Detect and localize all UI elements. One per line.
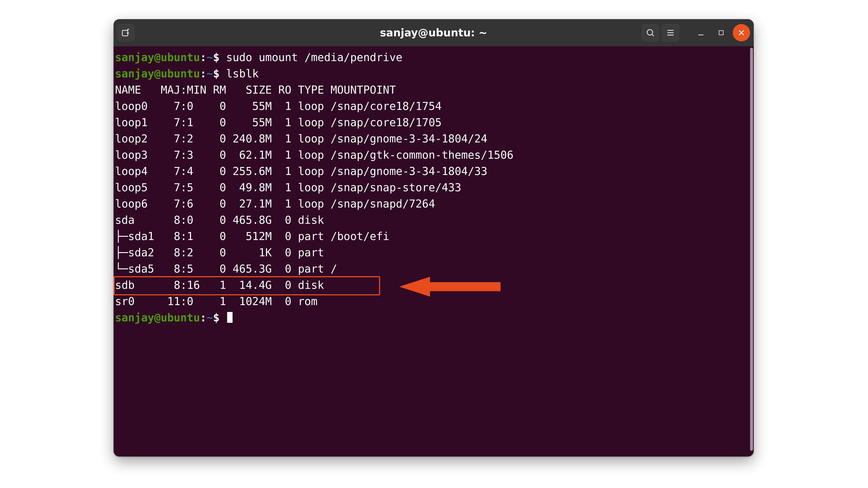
maximize-icon: [717, 29, 725, 36]
terminal-window: sanjay@ubuntu: ~: [114, 19, 754, 457]
hamburger-menu-icon: [666, 28, 675, 37]
window-titlebar: sanjay@ubuntu: ~: [114, 19, 754, 46]
lsblk-row: └─sda5 8:5 0 465.3G 0 part /: [115, 261, 750, 277]
new-tab-icon: [121, 28, 130, 37]
prompt-user: sanjay: [115, 311, 154, 324]
lsblk-row: sr0 11:0 1 1024M 0 rom: [115, 293, 750, 310]
terminal-body[interactable]: sanjay@ubuntu:~$ sudo umount /media/pend…: [114, 46, 754, 457]
prompt-user: sanjay: [115, 67, 154, 80]
lsblk-row: loop3 7:3 0 62.1M 1 loop /snap/gtk-commo…: [115, 147, 750, 163]
lsblk-row: loop2 7:2 0 240.8M 1 loop /snap/gnome-3-…: [115, 130, 750, 147]
prompt-path: ~: [207, 51, 213, 64]
lsblk-row: loop6 7:6 0 27.1M 1 loop /snap/snapd/726…: [115, 196, 750, 212]
lsblk-row: sda 8:0 0 465.8G 0 disk: [115, 212, 750, 228]
search-button[interactable]: [642, 24, 659, 41]
prompt-line: sanjay@ubuntu:~$ sudo umount /media/pend…: [115, 49, 750, 65]
new-tab-button[interactable]: [117, 24, 134, 41]
lsblk-row: loop4 7:4 0 255.6M 1 loop /snap/gnome-3-…: [115, 163, 750, 179]
maximize-button[interactable]: [712, 24, 730, 41]
prompt-at: @: [154, 51, 161, 64]
prompt-colon: :: [200, 51, 207, 64]
command-text: sudo umount /media/pendrive: [220, 51, 402, 64]
lsblk-header: NAME MAJ:MIN RM SIZE RO TYPE MOUNTPOINT: [115, 82, 750, 98]
prompt-symbol: $: [213, 67, 220, 80]
prompt-user: sanjay: [115, 51, 154, 64]
lsblk-row: sdb 8:16 1 14.4G 0 disk: [115, 277, 750, 293]
prompt-colon: :: [200, 311, 207, 324]
lsblk-row: loop0 7:0 0 55M 1 loop /snap/core18/1754: [115, 98, 750, 114]
search-icon: [646, 28, 655, 37]
prompt-at: @: [154, 67, 161, 80]
prompt-host: ubuntu: [161, 311, 200, 324]
prompt-path: ~: [207, 311, 213, 324]
close-button[interactable]: [733, 24, 750, 41]
lsblk-row: ├─sda2 8:2 0 1K 0 part: [115, 245, 750, 261]
minimize-button[interactable]: [692, 24, 710, 41]
command-text: lsblk: [220, 67, 259, 80]
prompt-line: sanjay@ubuntu:~$ lsblk: [115, 65, 750, 82]
scrollbar-thumb[interactable]: [750, 48, 753, 451]
prompt-symbol: $: [213, 51, 220, 64]
prompt-host: ubuntu: [161, 51, 200, 64]
prompt-colon: :: [200, 67, 207, 80]
lsblk-row: loop1 7:1 0 55M 1 loop /snap/core18/1705: [115, 114, 750, 130]
menu-button[interactable]: [662, 24, 679, 41]
svg-point-1: [647, 30, 653, 35]
prompt-host: ubuntu: [161, 67, 200, 80]
prompt-line: sanjay@ubuntu:~$: [115, 310, 750, 326]
svg-rect-2: [719, 31, 723, 35]
lsblk-row: ├─sda1 8:1 0 512M 0 part /boot/efi: [115, 228, 750, 245]
prompt-path: ~: [207, 67, 213, 80]
prompt-symbol: $: [213, 311, 220, 324]
close-icon: [738, 29, 745, 37]
minimize-icon: [696, 28, 705, 37]
command-text: [220, 311, 226, 324]
prompt-at: @: [154, 311, 161, 324]
cursor: [227, 312, 232, 323]
lsblk-row: loop5 7:5 0 49.8M 1 loop /snap/snap-stor…: [115, 179, 750, 196]
